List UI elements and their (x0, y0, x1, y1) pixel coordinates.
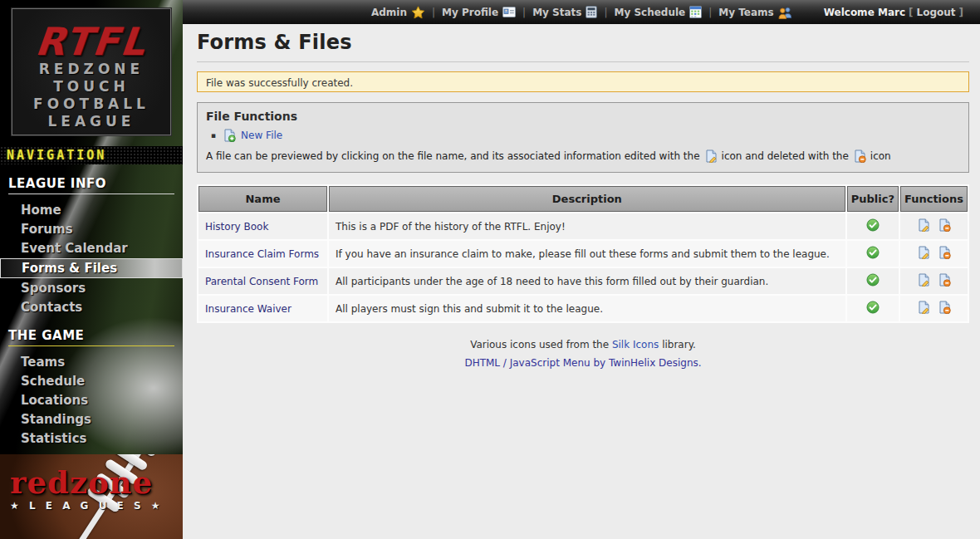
delete-file-button[interactable] (938, 301, 951, 316)
logout-link[interactable]: Logout (917, 7, 956, 18)
section-title-the-game: THE GAME (8, 328, 174, 346)
group-icon (778, 6, 792, 19)
page-edit-icon (917, 246, 930, 259)
page-title: Forms & Files (197, 31, 969, 62)
file-description: All players must sign this and submit it… (329, 296, 845, 321)
topbar-my-profile[interactable]: My Profile (442, 7, 516, 18)
calculator-icon (586, 6, 597, 18)
twinhelix-menu-link[interactable]: DHTML / JavaScript Menu (464, 357, 590, 369)
sidebar-item-home[interactable]: Home (0, 201, 183, 219)
flash-message: File was successfully created. (197, 71, 969, 92)
section-title-league-info: LEAGUE INFO (8, 176, 174, 194)
credits-text: Various icons used from the (470, 339, 609, 350)
edit-file-button[interactable] (917, 273, 930, 289)
rtfl-logo[interactable]: RTFL REDZONE TOUCH FOOTBALL LEAGUE (12, 8, 171, 135)
edit-file-button[interactable] (917, 218, 930, 234)
credits-text: library. (662, 339, 696, 350)
topbar-separator: | (708, 7, 712, 18)
topbar-admin[interactable]: Admin (371, 6, 425, 19)
topbar-separator: | (604, 7, 607, 18)
accept-icon (866, 246, 880, 259)
table-header-row: Name Description Public? Functions (198, 186, 968, 212)
silk-icons-link[interactable]: Silk Icons (612, 339, 659, 350)
page-add-icon (223, 129, 236, 142)
file-functions-hint: A file can be previewed by clicking on t… (206, 149, 960, 163)
file-description: If you have an insurance claim to make, … (329, 241, 845, 267)
edit-file-button[interactable] (917, 246, 930, 262)
page-delete-icon (853, 149, 866, 163)
files-table: Name Description Public? Functions Histo… (197, 184, 969, 323)
sidebar-item-schedule[interactable]: Schedule (0, 372, 183, 390)
page-delete-icon (938, 218, 951, 232)
navigation-banner: NAVIGATION (0, 146, 183, 164)
column-header-name: Name (198, 186, 327, 212)
rtfl-logo-line: LEAGUE (12, 113, 170, 130)
topbar: Admin | My Profile | My Stats | My Sched… (183, 0, 980, 24)
rtfl-logo-acronym: RTFL (34, 22, 149, 61)
topbar-my-stats-label: My Stats (532, 7, 581, 18)
credits-text: by TwinHelix Designs. (593, 357, 701, 369)
sidebar-item-locations[interactable]: Locations (0, 391, 183, 409)
topbar-separator: | (522, 7, 526, 18)
column-header-functions: Functions (900, 186, 968, 212)
file-functions-box: File Functions ▪ New File A file can be … (197, 102, 969, 173)
accept-icon (866, 273, 880, 287)
topbar-my-teams[interactable]: My Teams (718, 6, 791, 19)
topbar-admin-label: Admin (371, 7, 407, 18)
topbar-separator: | (432, 7, 435, 18)
sidebar-item-event-calendar[interactable]: Event Calendar (0, 239, 183, 257)
sidebar-item-sponsors[interactable]: Sponsors (0, 279, 183, 297)
topbar-my-schedule-label: My Schedule (614, 7, 685, 18)
topbar-my-stats[interactable]: My Stats (532, 6, 597, 18)
hint-text: icon (870, 150, 891, 162)
redzone-leagues-logo[interactable]: redzone ★ L E A G U E S ★ (10, 468, 164, 512)
navigation-banner-label: NAVIGATION (7, 148, 106, 163)
main-content: Forms & Files File was successfully crea… (183, 24, 980, 539)
topbar-my-profile-label: My Profile (442, 7, 498, 18)
welcome-user-label: Welcome Marc (824, 7, 905, 18)
table-row: History Book This is a PDF of the histor… (198, 213, 968, 239)
file-description: This is a PDF of the history of the RTFL… (329, 213, 845, 239)
column-header-public: Public? (847, 186, 899, 212)
rtfl-logo-line: TOUCH (12, 78, 170, 96)
file-name-link[interactable]: History Book (205, 221, 268, 233)
redzone-leagues-footer: redzone ★ L E A G U E S ★ (0, 454, 183, 539)
sidebar: RTFL REDZONE TOUCH FOOTBALL LEAGUE NAVIG… (0, 0, 183, 539)
topbar-my-schedule[interactable]: My Schedule (614, 6, 702, 18)
file-name-link[interactable]: Insurance Waiver (205, 303, 292, 315)
edit-file-button[interactable] (917, 301, 930, 316)
new-file-link[interactable]: New File (241, 130, 282, 141)
logout-bracket: ] (959, 7, 963, 18)
delete-file-button[interactable] (938, 246, 951, 262)
star-icon (411, 6, 425, 19)
sidebar-item-teams[interactable]: Teams (0, 353, 183, 371)
rtfl-logo-line: FOOTBALL (12, 96, 170, 113)
page-delete-icon (938, 301, 951, 314)
page-delete-icon (938, 273, 951, 287)
calendar-icon (689, 6, 702, 18)
table-row: Insurance Claim Forms If you have an ins… (198, 241, 968, 267)
page-edit-icon (704, 149, 718, 163)
table-row: Parental Consent Form All participants u… (198, 268, 968, 294)
file-name-link[interactable]: Parental Consent Form (205, 276, 318, 287)
column-header-description: Description (329, 186, 845, 212)
sidebar-item-forms-files[interactable]: Forms & Files (0, 258, 183, 278)
file-name-link[interactable]: Insurance Claim Forms (205, 248, 319, 260)
delete-file-button[interactable] (938, 218, 951, 234)
hint-text: icon and deleted with the (722, 150, 849, 162)
page-edit-icon (917, 301, 930, 314)
sidebar-item-contacts[interactable]: Contacts (0, 298, 183, 316)
hint-text: A file can be previewed by clicking on t… (206, 150, 700, 162)
page-edit-icon (917, 218, 930, 232)
credits: Various icons used from the Silk Icons l… (197, 339, 969, 369)
sidebar-item-forums[interactable]: Forums (0, 220, 183, 238)
redzone-logo-text: redzone (10, 468, 164, 497)
accept-icon (866, 218, 880, 232)
accept-icon (866, 301, 880, 314)
file-description: All participants under the age of 18 nee… (329, 268, 845, 294)
delete-file-button[interactable] (938, 273, 951, 289)
sidebar-item-standings[interactable]: Standings (0, 410, 183, 429)
sidebar-item-statistics[interactable]: Statistics (0, 429, 183, 448)
topbar-my-teams-label: My Teams (718, 7, 773, 18)
file-functions-title: File Functions (206, 110, 960, 123)
